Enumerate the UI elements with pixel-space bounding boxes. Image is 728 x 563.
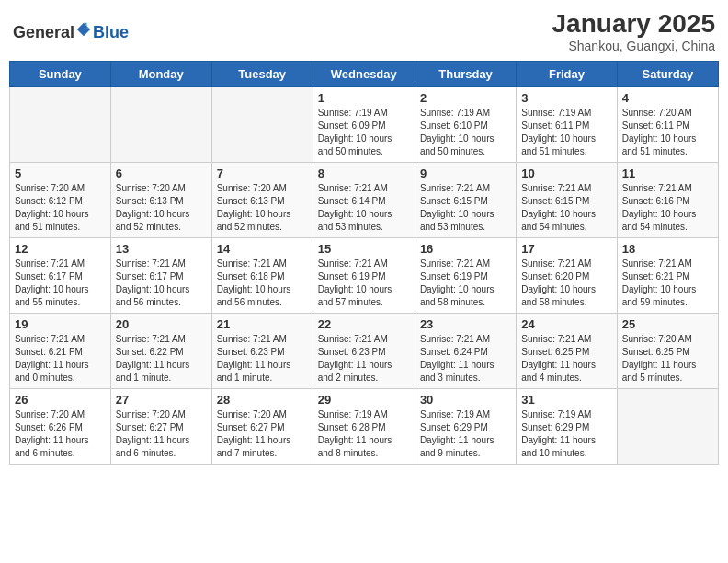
day-info: Sunrise: 7:21 AM Sunset: 6:24 PM Dayligh… <box>420 333 511 385</box>
day-number: 1 <box>318 91 410 105</box>
day-number: 21 <box>217 317 308 331</box>
day-info: Sunrise: 7:21 AM Sunset: 6:21 PM Dayligh… <box>622 258 713 309</box>
day-info: Sunrise: 7:20 AM Sunset: 6:27 PM Dayligh… <box>116 408 207 460</box>
day-info: Sunrise: 7:20 AM Sunset: 6:13 PM Dayligh… <box>116 182 207 234</box>
day-info: Sunrise: 7:21 AM Sunset: 6:18 PM Dayligh… <box>217 258 308 309</box>
calendar-day-cell: 3Sunrise: 7:19 AM Sunset: 6:11 PM Daylig… <box>517 87 617 163</box>
calendar-day-cell: 6Sunrise: 7:20 AM Sunset: 6:13 PM Daylig… <box>110 163 211 238</box>
calendar-week-row: 12Sunrise: 7:21 AM Sunset: 6:17 PM Dayli… <box>10 238 719 314</box>
calendar-day-cell: 4Sunrise: 7:20 AM Sunset: 6:11 PM Daylig… <box>617 87 718 163</box>
calendar-day-cell: 15Sunrise: 7:21 AM Sunset: 6:19 PM Dayli… <box>313 238 415 314</box>
day-number: 23 <box>420 317 511 331</box>
calendar-day-cell: 1Sunrise: 7:19 AM Sunset: 6:09 PM Daylig… <box>313 87 415 163</box>
day-number: 16 <box>420 242 511 256</box>
day-number: 2 <box>420 91 511 105</box>
weekday-header-tuesday: Tuesday <box>211 62 313 87</box>
day-info: Sunrise: 7:21 AM Sunset: 6:19 PM Dayligh… <box>318 258 410 309</box>
calendar-week-row: 5Sunrise: 7:20 AM Sunset: 6:12 PM Daylig… <box>10 163 719 238</box>
month-title: January 2025 <box>552 9 715 39</box>
day-info: Sunrise: 7:21 AM Sunset: 6:15 PM Dayligh… <box>521 182 611 234</box>
calendar-day-cell: 7Sunrise: 7:20 AM Sunset: 6:13 PM Daylig… <box>211 163 313 238</box>
weekday-header-sunday: Sunday <box>10 62 111 87</box>
day-number: 13 <box>116 242 207 256</box>
calendar-day-cell: 9Sunrise: 7:21 AM Sunset: 6:15 PM Daylig… <box>415 163 516 238</box>
day-number: 11 <box>622 167 713 180</box>
day-info: Sunrise: 7:21 AM Sunset: 6:19 PM Dayligh… <box>420 258 511 309</box>
day-info: Sunrise: 7:20 AM Sunset: 6:13 PM Dayligh… <box>217 182 308 234</box>
calendar-day-cell: 20Sunrise: 7:21 AM Sunset: 6:22 PM Dayli… <box>110 314 211 389</box>
calendar-day-cell: 8Sunrise: 7:21 AM Sunset: 6:14 PM Daylig… <box>313 163 415 238</box>
calendar-day-cell: 21Sunrise: 7:21 AM Sunset: 6:23 PM Dayli… <box>211 314 313 389</box>
calendar-day-cell: 11Sunrise: 7:21 AM Sunset: 6:16 PM Dayli… <box>617 163 718 238</box>
day-number: 6 <box>116 167 207 180</box>
calendar-day-cell: 22Sunrise: 7:21 AM Sunset: 6:23 PM Dayli… <box>313 314 415 389</box>
calendar-day-cell <box>10 87 111 163</box>
weekday-header-thursday: Thursday <box>415 62 516 87</box>
day-number: 27 <box>116 393 207 407</box>
calendar-day-cell: 24Sunrise: 7:21 AM Sunset: 6:25 PM Dayli… <box>517 314 617 389</box>
calendar-day-cell: 18Sunrise: 7:21 AM Sunset: 6:21 PM Dayli… <box>617 238 718 314</box>
calendar-day-cell: 10Sunrise: 7:21 AM Sunset: 6:15 PM Dayli… <box>517 163 617 238</box>
day-number: 7 <box>217 167 308 180</box>
day-number: 25 <box>622 317 713 331</box>
day-info: Sunrise: 7:21 AM Sunset: 6:15 PM Dayligh… <box>420 182 511 234</box>
day-number: 20 <box>116 317 207 331</box>
calendar-day-cell: 2Sunrise: 7:19 AM Sunset: 6:10 PM Daylig… <box>415 87 516 163</box>
day-number: 30 <box>420 393 511 407</box>
weekday-header-monday: Monday <box>110 62 211 87</box>
day-number: 19 <box>15 317 106 331</box>
logo-icon <box>75 21 92 38</box>
calendar-day-cell: 29Sunrise: 7:19 AM Sunset: 6:28 PM Dayli… <box>313 389 415 465</box>
calendar-day-cell: 19Sunrise: 7:21 AM Sunset: 6:21 PM Dayli… <box>10 314 111 389</box>
day-number: 4 <box>622 91 713 105</box>
day-number: 12 <box>15 242 106 256</box>
day-number: 8 <box>318 167 410 180</box>
day-number: 22 <box>318 317 410 331</box>
calendar-day-cell: 27Sunrise: 7:20 AM Sunset: 6:27 PM Dayli… <box>110 389 211 465</box>
day-info: Sunrise: 7:19 AM Sunset: 6:09 PM Dayligh… <box>318 107 410 158</box>
calendar-day-cell: 12Sunrise: 7:21 AM Sunset: 6:17 PM Dayli… <box>10 238 111 314</box>
weekday-header-friday: Friday <box>517 62 617 87</box>
day-number: 28 <box>217 393 308 407</box>
day-info: Sunrise: 7:21 AM Sunset: 6:17 PM Dayligh… <box>116 258 207 309</box>
day-number: 9 <box>420 167 511 180</box>
day-info: Sunrise: 7:21 AM Sunset: 6:16 PM Dayligh… <box>622 182 713 234</box>
logo: GeneralBlue <box>13 21 129 42</box>
calendar-day-cell <box>617 389 718 465</box>
day-number: 29 <box>318 393 410 407</box>
day-info: Sunrise: 7:20 AM Sunset: 6:27 PM Dayligh… <box>217 408 308 460</box>
calendar-day-cell <box>110 87 211 163</box>
calendar-day-cell: 30Sunrise: 7:19 AM Sunset: 6:29 PM Dayli… <box>415 389 516 465</box>
day-info: Sunrise: 7:21 AM Sunset: 6:23 PM Dayligh… <box>318 333 410 385</box>
weekday-header-wednesday: Wednesday <box>313 62 415 87</box>
day-number: 3 <box>521 91 611 105</box>
location-subtitle: Shankou, Guangxi, China <box>552 39 715 53</box>
day-info: Sunrise: 7:20 AM Sunset: 6:11 PM Dayligh… <box>622 107 713 158</box>
calendar-day-cell: 25Sunrise: 7:20 AM Sunset: 6:25 PM Dayli… <box>617 314 718 389</box>
day-info: Sunrise: 7:21 AM Sunset: 6:17 PM Dayligh… <box>15 258 106 309</box>
title-area: January 2025 Shankou, Guangxi, China <box>552 9 715 53</box>
day-info: Sunrise: 7:19 AM Sunset: 6:28 PM Dayligh… <box>318 408 410 460</box>
calendar-day-cell: 14Sunrise: 7:21 AM Sunset: 6:18 PM Dayli… <box>211 238 313 314</box>
day-number: 14 <box>217 242 308 256</box>
calendar-day-cell: 16Sunrise: 7:21 AM Sunset: 6:19 PM Dayli… <box>415 238 516 314</box>
calendar-day-cell: 13Sunrise: 7:21 AM Sunset: 6:17 PM Dayli… <box>110 238 211 314</box>
day-info: Sunrise: 7:19 AM Sunset: 6:29 PM Dayligh… <box>521 408 611 460</box>
day-info: Sunrise: 7:20 AM Sunset: 6:25 PM Dayligh… <box>622 333 713 385</box>
day-number: 18 <box>622 242 713 256</box>
calendar-day-cell: 5Sunrise: 7:20 AM Sunset: 6:12 PM Daylig… <box>10 163 111 238</box>
calendar-day-cell: 17Sunrise: 7:21 AM Sunset: 6:20 PM Dayli… <box>517 238 617 314</box>
calendar-week-row: 1Sunrise: 7:19 AM Sunset: 6:09 PM Daylig… <box>10 87 719 163</box>
weekday-header-saturday: Saturday <box>617 62 718 87</box>
calendar-day-cell: 31Sunrise: 7:19 AM Sunset: 6:29 PM Dayli… <box>517 389 617 465</box>
day-info: Sunrise: 7:19 AM Sunset: 6:29 PM Dayligh… <box>420 408 511 460</box>
day-info: Sunrise: 7:20 AM Sunset: 6:26 PM Dayligh… <box>15 408 106 460</box>
day-info: Sunrise: 7:20 AM Sunset: 6:12 PM Dayligh… <box>15 182 106 234</box>
calendar-day-cell <box>211 87 313 163</box>
day-info: Sunrise: 7:21 AM Sunset: 6:21 PM Dayligh… <box>15 333 106 385</box>
day-number: 5 <box>15 167 106 180</box>
page-header: GeneralBlue January 2025 Shankou, Guangx… <box>9 9 719 53</box>
day-number: 15 <box>318 242 410 256</box>
day-info: Sunrise: 7:21 AM Sunset: 6:23 PM Dayligh… <box>217 333 308 385</box>
calendar-week-row: 26Sunrise: 7:20 AM Sunset: 6:26 PM Dayli… <box>10 389 719 465</box>
